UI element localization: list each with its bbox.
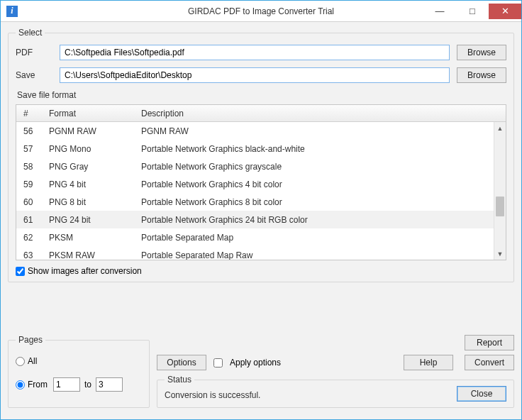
status-legend: Status [165,375,194,385]
save-label: Save [16,70,60,80]
pages-all-row: All [16,356,142,366]
scroll-down-icon[interactable]: ▼ [494,248,506,260]
row-description: Portable Separated Map Raw [137,250,506,260]
table-row[interactable]: 57PNG MonoPortable Network Graphics blac… [16,140,506,158]
bottom-area: Pages All From to Report Opt [8,335,514,414]
options-row: Options Apply options Help Convert [157,355,514,370]
browse-pdf-button[interactable]: Browse [457,45,506,60]
row-num: 56 [16,126,45,136]
close-button[interactable]: Close [457,386,506,402]
row-format: PNG 4 bit [45,179,137,189]
convert-button[interactable]: Convert [465,355,514,370]
report-button[interactable]: Report [465,335,514,350]
browse-save-button[interactable]: Browse [457,67,506,83]
row-description: Portable Network Graphics 24 bit RGB col… [137,215,506,225]
row-description: Portable Network Graphics 8 bit color [137,197,506,207]
row-format: PNG Mono [45,144,137,154]
pages-from-radio[interactable] [16,380,25,389]
pdf-label: PDF [16,48,60,57]
pages-to-input[interactable] [96,377,123,392]
table-row[interactable]: 59PNG 4 bitPortable Network Graphics 4 b… [16,175,506,193]
table-body: 56PGNM RAWPGNM RAW57PNG MonoPortable Net… [16,122,506,260]
show-images-checkbox[interactable] [16,267,25,276]
table-rows: 56PGNM RAWPGNM RAW57PNG MonoPortable Net… [16,122,506,260]
maximize-button[interactable]: □ [456,4,489,19]
scroll-thumb[interactable] [496,197,504,216]
save-row: Save Browse [16,67,506,83]
pages-all-label[interactable]: All [28,356,37,366]
titlebar-buttons: — □ ✕ [423,4,521,19]
row-format: PGNM RAW [45,126,137,136]
table-row[interactable]: 56PGNM RAWPGNM RAW [16,122,506,140]
help-button[interactable]: Help [404,355,453,370]
close-window-button[interactable]: ✕ [489,4,521,19]
scroll-track[interactable] [494,134,506,248]
format-table: # Format Description 56PGNM RAWPGNM RAW5… [16,104,506,260]
pages-legend: Pages [16,335,45,345]
row-description: Portable Network Graphics grayscale [137,162,506,172]
pages-from-input[interactable] [53,377,80,392]
col-header-format[interactable]: Format [45,109,137,118]
pages-from-row: From to [16,377,142,392]
show-images-label[interactable]: Show images after conversion [28,266,142,276]
row-num: 62 [16,233,45,243]
row-format: PKSM [45,233,137,243]
row-format: PNG 8 bit [45,197,137,207]
pdf-row: PDF Browse [16,45,506,60]
row-description: Portable Network Graphics black-and-whit… [137,144,506,154]
row-format: PNG 24 bit [45,215,137,225]
app-window: i GIRDAC PDF to Image Converter Trial — … [0,0,522,420]
vertical-scrollbar[interactable]: ▲ ▼ [494,122,506,260]
col-header-description[interactable]: Description [137,109,506,118]
status-fieldset: Status Conversion is successful. Close [157,375,514,408]
row-num: 63 [16,250,45,260]
options-button[interactable]: Options [157,355,206,370]
apply-options-label[interactable]: Apply options [230,358,281,368]
table-row[interactable]: 62PKSMPortable Separated Map [16,228,506,246]
row-description: Portable Network Graphics 4 bit color [137,179,506,189]
minimize-button[interactable]: — [423,4,456,19]
pdf-path-input[interactable] [60,45,450,60]
col-header-num[interactable]: # [16,109,45,118]
report-row: Report [157,335,514,350]
row-num: 61 [16,215,45,225]
row-format: PKSM RAW [45,250,137,260]
select-legend: Select [16,28,45,38]
row-num: 58 [16,162,45,172]
pages-to-label: to [84,380,91,389]
select-fieldset: Select PDF Browse Save Browse Save file … [8,28,514,282]
titlebar: i GIRDAC PDF to Image Converter Trial — … [1,1,521,22]
right-panel: Report Options Apply options Help Conver… [157,335,514,414]
format-label: Save file format [17,90,506,100]
table-row[interactable]: 63PKSM RAWPortable Separated Map Raw [16,246,506,260]
apply-options-checkbox[interactable] [213,358,223,368]
pages-all-radio[interactable] [16,357,25,366]
table-header: # Format Description [16,105,506,122]
row-format: PNG Gray [45,162,137,172]
row-num: 60 [16,197,45,207]
row-description: Portable Separated Map [137,233,506,243]
table-row[interactable]: 60PNG 8 bitPortable Network Graphics 8 b… [16,193,506,211]
scroll-up-icon[interactable]: ▲ [494,122,506,134]
content-area: Select PDF Browse Save Browse Save file … [1,22,521,419]
row-description: PGNM RAW [137,126,506,136]
pages-fieldset: Pages All From to [8,335,150,408]
table-row[interactable]: 61PNG 24 bitPortable Network Graphics 24… [16,211,506,228]
show-images-row: Show images after conversion [16,266,506,276]
table-row[interactable]: 58PNG GrayPortable Network Graphics gray… [16,158,506,175]
save-path-input[interactable] [60,67,450,83]
row-num: 59 [16,179,45,189]
pages-from-label[interactable]: From [28,380,48,389]
row-num: 57 [16,144,45,154]
